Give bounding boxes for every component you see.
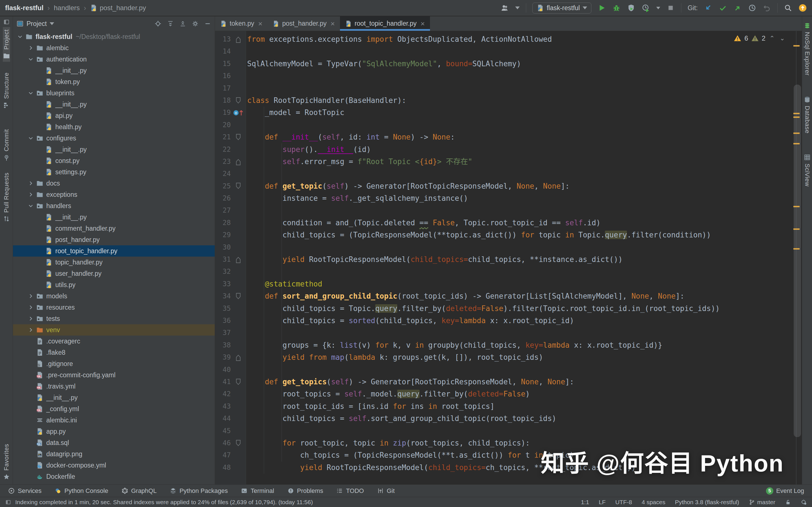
git-rollback-button[interactable] [763, 4, 771, 12]
code-line-17[interactable]: 17 [215, 82, 791, 95]
chevron-down-icon[interactable] [27, 202, 35, 210]
tool-window-button-structure[interactable]: Structure [3, 70, 10, 111]
tree-item[interactable]: .coveragerc [13, 336, 215, 347]
tree-item[interactable]: flask-restful~/Desktop/flask-restful [13, 31, 215, 42]
code-line-20[interactable]: 20 [215, 119, 791, 131]
git-history-button[interactable] [748, 4, 756, 12]
tree-item[interactable]: exceptions [13, 189, 215, 200]
code-line-28[interactable]: 28 condition = and_(Topic.deleted == Fal… [215, 217, 791, 229]
tree-item[interactable]: __init__.py [13, 65, 215, 76]
fold-marker-icon[interactable] [231, 180, 246, 192]
chevron-right-icon[interactable] [27, 326, 35, 334]
tree-item[interactable]: .flake8 [13, 347, 215, 358]
tree-item[interactable]: authentication [13, 54, 215, 65]
tree-item[interactable]: blueprints [13, 88, 215, 99]
code-line-32[interactable]: 32 [215, 266, 791, 278]
tree-item[interactable]: docker-compose.yml [13, 460, 215, 471]
git-commit-button[interactable] [719, 4, 727, 12]
tree-item[interactable]: datagrip.png [13, 448, 215, 460]
warning-stripe-mark[interactable] [793, 228, 800, 230]
tool-window-button-favorites[interactable]: Favorites [3, 442, 10, 483]
chevron-right-icon[interactable] [27, 315, 35, 322]
inspections-widget[interactable]: 6 2 ⌃ ⌄ [734, 35, 786, 42]
close-tab-icon[interactable]: × [258, 20, 262, 27]
tree-item[interactable]: alembic [13, 42, 215, 54]
chevron-right-icon[interactable] [27, 292, 35, 300]
status-item-master[interactable]: master [749, 499, 775, 506]
editor-tab[interactable]: post_hander.py× [267, 16, 340, 31]
tree-item[interactable]: __init__.py [13, 392, 215, 403]
warning-stripe-mark[interactable] [793, 45, 800, 47]
tool-window-button-pull-requests[interactable]: Pull Requests [3, 170, 10, 225]
code-line-42[interactable]: 42 root_topics = self._model.query.filte… [215, 388, 791, 400]
git-update-button[interactable] [704, 4, 712, 12]
tree-item[interactable]: comment_handler.py [13, 223, 215, 234]
tool-window-button-sciview[interactable]: SciView [804, 152, 811, 189]
status-item-lf[interactable]: LF [599, 499, 606, 506]
code-line-35[interactable]: 35 child_topics = Topic.query.filter_by(… [215, 302, 791, 315]
tree-item[interactable]: YML.travis.yml [13, 381, 215, 392]
code-line-38[interactable]: 38 groups = {k: list(v) for k, v in grou… [215, 339, 791, 351]
tool-window-button-services[interactable]: Services [8, 487, 42, 495]
code-line-21[interactable]: 21 def __init__(self, id: int = None) ->… [215, 131, 791, 143]
settings-gear-icon[interactable] [801, 499, 807, 505]
code-line-16[interactable]: 16 [215, 70, 791, 82]
close-tab-icon[interactable]: × [330, 20, 335, 27]
tree-item[interactable]: root_topic_handler.py [13, 245, 215, 257]
tree-item[interactable]: __init__.py [13, 212, 215, 223]
tool-window-button-commit[interactable]: Commit [3, 127, 10, 164]
tree-item[interactable]: Dockerfile [13, 471, 215, 482]
window-menu-icon[interactable] [3, 19, 10, 25]
tool-window-button-python-packages[interactable]: Python Packages [170, 487, 228, 495]
status-item-python-3-8-flask-restful-[interactable]: Python 3.8 (flask-restful) [675, 499, 739, 506]
code-line-13[interactable]: 13from exceptions.exceptions import Obje… [215, 33, 791, 45]
chevron-down-icon[interactable] [656, 7, 660, 9]
next-problem-icon[interactable]: ⌄ [779, 35, 786, 42]
tree-item[interactable]: YML_config.yml [13, 403, 215, 414]
override-marker-icon[interactable]: o [231, 107, 246, 119]
fold-marker-icon[interactable] [231, 131, 246, 143]
stop-button[interactable] [666, 4, 675, 12]
tree-item[interactable]: utils.py [13, 279, 215, 290]
warning-stripe-mark[interactable] [793, 132, 800, 134]
tree-item[interactable]: YML.pre-commit-config.yaml [13, 370, 215, 381]
tool-window-button-graphql[interactable]: GraphQL [121, 487, 157, 495]
chevron-down-icon[interactable] [16, 33, 24, 40]
tree-item[interactable]: models [13, 290, 215, 302]
prev-problem-icon[interactable]: ⌃ [768, 35, 775, 42]
tool-window-button-terminal[interactable]: Terminal [241, 487, 274, 495]
lock-icon[interactable] [785, 499, 791, 505]
code-line-31[interactable]: 31 yield RootTopicResponseModel(child_to… [215, 253, 791, 266]
profiler-button[interactable] [642, 4, 650, 12]
tree-item[interactable]: app.py [13, 426, 215, 437]
code-line-44[interactable]: 44 child_topics = self.sort_and_group_ch… [215, 412, 791, 425]
breadcrumb-item[interactable]: flask-restful [5, 4, 44, 12]
status-item-utf-8[interactable]: UTF-8 [615, 499, 632, 506]
git-push-button[interactable] [733, 4, 742, 12]
project-view-selector[interactable]: Project [16, 20, 54, 27]
code-line-23[interactable]: 23 self.error_msg = f"Root Topic <{id}> … [215, 156, 791, 168]
fold-marker-icon[interactable] [231, 95, 246, 107]
warning-stripe-mark[interactable] [793, 143, 800, 145]
debug-button[interactable] [612, 4, 621, 12]
warning-stripe-mark[interactable] [793, 116, 800, 118]
fold-marker-icon[interactable] [231, 376, 246, 388]
tree-item[interactable]: settings.py [13, 166, 215, 178]
fold-marker-icon[interactable] [231, 351, 246, 363]
tool-window-button-git[interactable]: Git [377, 487, 395, 495]
code-line-40[interactable]: 40 [215, 364, 791, 376]
fold-marker-icon[interactable] [231, 156, 246, 168]
tree-item[interactable]: tests [13, 313, 215, 324]
code-editor[interactable]: 13from exceptions.exceptions import Obje… [215, 31, 802, 485]
tool-window-button-database[interactable]: Database [804, 94, 811, 135]
warning-stripe-mark[interactable] [793, 248, 800, 249]
chevron-right-icon[interactable] [27, 180, 35, 187]
gear-icon[interactable] [192, 20, 199, 27]
coverage-button[interactable] [627, 4, 635, 12]
tree-item[interactable]: handlers [13, 200, 215, 212]
ide-update-badge-icon[interactable] [799, 4, 807, 12]
event-log-button[interactable]: 5 Event Log [766, 487, 804, 495]
code-line-18[interactable]: 18class RootTopicHandler(BaseHandler): [215, 95, 791, 107]
user-profile-icon[interactable] [500, 4, 509, 12]
collapse-icon[interactable] [179, 20, 186, 27]
